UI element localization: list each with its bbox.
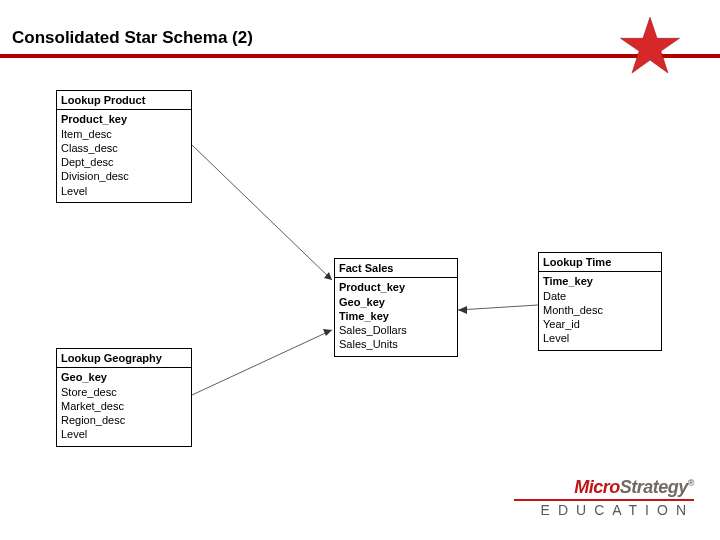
svg-line-4	[458, 305, 538, 310]
table-header: Lookup Time	[539, 253, 661, 272]
svg-marker-5	[458, 306, 467, 314]
brand-wordmark: MicroStrategy®	[514, 477, 694, 498]
table-header: Lookup Geography	[57, 349, 191, 368]
svg-marker-6	[621, 17, 680, 73]
header-rule	[0, 54, 720, 58]
table-body: Product_key Item_desc Class_desc Dept_de…	[57, 110, 191, 202]
table-lookup-product: Lookup Product Product_key Item_desc Cla…	[56, 90, 192, 203]
table-header: Lookup Product	[57, 91, 191, 110]
page-title: Consolidated Star Schema (2)	[12, 28, 253, 48]
table-body: Geo_key Store_desc Market_desc Region_de…	[57, 368, 191, 445]
brand-logo: MicroStrategy® EDUCATION	[514, 477, 694, 518]
svg-line-0	[192, 145, 332, 280]
star-icon	[618, 14, 682, 78]
svg-line-2	[192, 330, 332, 395]
svg-marker-3	[323, 329, 332, 336]
table-lookup-time: Lookup Time Time_key Date Month_desc Yea…	[538, 252, 662, 351]
brand-underline	[514, 499, 694, 501]
table-header: Fact Sales	[335, 259, 457, 278]
table-lookup-geography: Lookup Geography Geo_key Store_desc Mark…	[56, 348, 192, 447]
svg-marker-1	[324, 272, 332, 280]
table-body: Time_key Date Month_desc Year_id Level	[539, 272, 661, 349]
brand-subtext: EDUCATION	[514, 502, 694, 518]
table-fact-sales: Fact Sales Product_key Geo_key Time_key …	[334, 258, 458, 357]
table-body: Product_key Geo_key Time_key Sales_Dolla…	[335, 278, 457, 355]
